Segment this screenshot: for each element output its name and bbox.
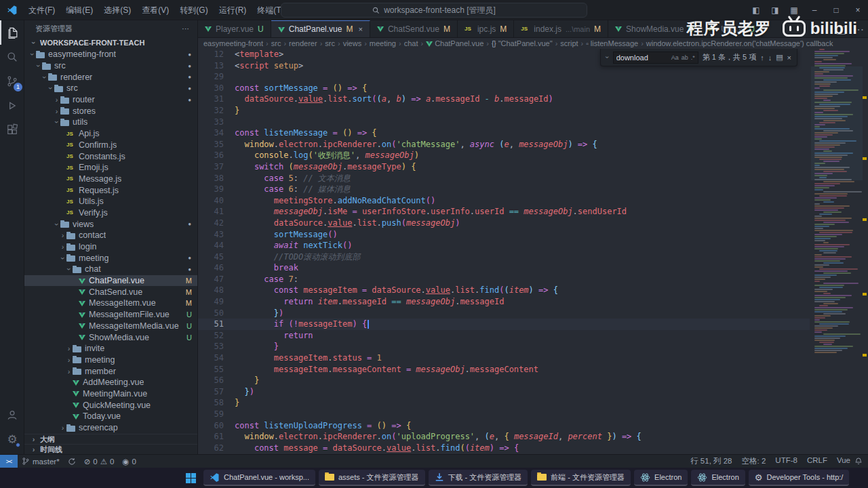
timeline-section[interactable]: ›时间线	[24, 444, 197, 454]
find-in-selection-icon[interactable]: ▤	[776, 53, 783, 62]
account-icon[interactable]	[0, 403, 24, 427]
tree-item[interactable]: Today.vue	[24, 411, 197, 422]
tree-item[interactable]: ›chat●	[24, 264, 197, 275]
status-item[interactable]: CRLF	[807, 456, 827, 466]
breadcrumb-item[interactable]: chat	[404, 39, 418, 47]
chevron-right-icon[interactable]: ›	[53, 96, 60, 104]
minimap[interactable]	[812, 49, 861, 454]
tree-item[interactable]: ›member	[24, 365, 197, 377]
tab-ipc.js[interactable]: JSipc.jsM	[458, 20, 514, 37]
close-button[interactable]: ×	[848, 0, 868, 20]
minimize-button[interactable]: –	[804, 0, 825, 20]
chevron-right-icon[interactable]: ›	[65, 367, 73, 375]
breadcrumb-item[interactable]: {}"ChatPanel.vue"	[492, 39, 553, 47]
tree-item[interactable]: ›screencap	[24, 422, 197, 434]
run-debug-icon[interactable]	[0, 94, 24, 118]
taskbar-button[interactable]: Electron	[634, 470, 688, 486]
tab-ChatPanel.vue[interactable]: ChatPanel.vueM×	[271, 20, 370, 37]
find-collapse-icon[interactable]: ›	[604, 56, 612, 58]
command-center-search[interactable]: workspace-front-teach [管理员]	[281, 3, 587, 18]
bell-icon[interactable]	[854, 457, 863, 466]
chevron-down-icon[interactable]: ›	[35, 62, 43, 70]
tree-item[interactable]: MessageItem.vueM	[24, 298, 197, 309]
tree-item[interactable]: MessageItemMedia.vueU	[24, 321, 197, 332]
find-close-icon[interactable]: ×	[787, 54, 791, 62]
tree-item[interactable]: AddMeeting.vue	[24, 377, 197, 388]
tab-index.js[interactable]: JSindex.js...\mainM	[514, 20, 608, 37]
breadcrumb-item[interactable]: views	[343, 39, 362, 47]
tree-item[interactable]: ›views●	[24, 218, 197, 230]
tree-item[interactable]: ChatPanel.vueM	[24, 275, 197, 287]
chevron-down-icon[interactable]: ›	[53, 119, 61, 126]
status-item[interactable]: 行 51, 列 28	[690, 456, 732, 466]
tree-item[interactable]: JSVerify.js	[24, 207, 197, 219]
taskbar-button[interactable]: 下载 - 文件资源管理器	[429, 470, 528, 486]
menu-item[interactable]: 编辑(E)	[60, 3, 98, 18]
tree-item[interactable]: ›invite	[24, 343, 197, 354]
breadcrumb-item[interactable]: src	[325, 39, 335, 47]
close-icon[interactable]: ×	[358, 25, 362, 33]
tree-item[interactable]: ›src●	[24, 60, 197, 72]
menu-item[interactable]: 选择(S)	[98, 3, 136, 18]
tree-item[interactable]: ›utils	[24, 117, 197, 128]
tab-ChatSend.vue[interactable]: ChatSend.vueM	[370, 20, 458, 37]
find-previous-icon[interactable]: ↑	[760, 54, 764, 62]
chevron-down-icon[interactable]: ›	[59, 254, 67, 262]
breadcrumb-item[interactable]: meeting	[370, 39, 396, 47]
chevron-right-icon[interactable]: ›	[65, 344, 73, 352]
tree-item[interactable]: JSUtils.js	[24, 196, 197, 207]
breadcrumb-item[interactable]: src	[271, 39, 281, 47]
problems-item[interactable]: ⊘0 ⚠0	[80, 455, 119, 468]
tree-item[interactable]: JSApi.js	[24, 128, 197, 140]
maximize-button[interactable]: □	[826, 0, 846, 20]
tab-ShowMedia.vue[interactable]: ShowMedia.vueU	[608, 20, 701, 37]
sync-changes-item[interactable]	[64, 455, 80, 468]
breadcrumb-item[interactable]: script	[560, 39, 578, 47]
whole-word-icon[interactable]: ab	[682, 54, 688, 61]
tree-item[interactable]: ShowMedia.vueU	[24, 331, 197, 343]
find-next-icon[interactable]: ↓	[768, 54, 772, 62]
tree-item[interactable]: ›router●	[24, 94, 197, 106]
menu-item[interactable]: 文件(F)	[23, 3, 60, 18]
tab-Player.vue[interactable]: Player.vueU	[198, 20, 271, 37]
tree-item[interactable]: ›renderer●	[24, 71, 197, 83]
tree-item[interactable]: ›login	[24, 241, 197, 253]
tree-item[interactable]: QuickMeeting.vue	[24, 399, 197, 411]
breadcrumb-item[interactable]: window.electron.ipcRenderer.on('chatMess…	[646, 39, 833, 47]
chevron-down-icon[interactable]: ›	[41, 73, 49, 81]
tree-item[interactable]: ›easymeeting-front●	[24, 49, 197, 60]
source-control-icon[interactable]: 1	[0, 69, 24, 94]
tree-item[interactable]: JSConstants.js	[24, 150, 197, 162]
git-branch-item[interactable]: master*	[18, 455, 64, 468]
tree-item[interactable]: JSMessage.js	[24, 174, 197, 185]
breadcrumb-item[interactable]: ▫listenMessage	[586, 39, 638, 47]
chevron-right-icon[interactable]: ›	[65, 356, 73, 364]
breadcrumb[interactable]: easymeeting-front›src›renderer›src›views…	[198, 38, 868, 49]
tree-item[interactable]: ›meeting	[24, 354, 197, 366]
breadcrumb-item[interactable]: ChatPanel.vue	[426, 39, 484, 47]
chevron-right-icon[interactable]: ›	[53, 107, 60, 115]
toggle-sidebar-icon[interactable]: ◧	[747, 5, 765, 15]
outline-section[interactable]: ›大纲	[24, 434, 197, 444]
taskbar-button[interactable]	[182, 470, 200, 486]
menu-item[interactable]: 查看(V)	[136, 3, 174, 18]
tree-item[interactable]: ›meeting●	[24, 252, 197, 264]
extensions-icon[interactable]	[0, 118, 24, 142]
status-item[interactable]: UTF-8	[775, 456, 797, 466]
remote-indicator[interactable]: ><	[0, 455, 18, 468]
chevron-right-icon[interactable]: ›	[59, 243, 66, 251]
tree-item[interactable]: MeetingMain.vue	[24, 388, 197, 400]
tree-item[interactable]: ChatSend.vueM	[24, 286, 197, 298]
status-item[interactable]: 空格: 2	[742, 456, 766, 466]
taskbar-button[interactable]: Electron	[691, 470, 745, 486]
menu-item[interactable]: 转到(G)	[174, 3, 213, 18]
toggle-secondary-sidebar-icon[interactable]: ◨	[766, 5, 784, 15]
chevron-right-icon[interactable]: ›	[59, 424, 66, 432]
split-editor-icon[interactable]: ◫	[836, 23, 846, 36]
tree-item[interactable]: JSConfirm.js	[24, 140, 197, 151]
explorer-icon[interactable]	[0, 20, 24, 45]
chevron-right-icon[interactable]: ›	[59, 231, 66, 239]
tree-item[interactable]: MessageItemFile.vueU	[24, 309, 197, 321]
tree-item[interactable]: ›stores	[24, 105, 197, 117]
customize-layout-icon[interactable]: ▦	[785, 5, 803, 15]
